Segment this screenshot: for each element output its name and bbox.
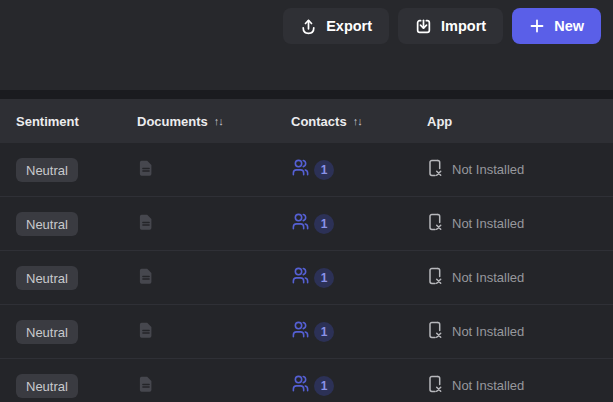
app-status-label: Not Installed xyxy=(452,378,524,393)
app-not-installed-icon xyxy=(427,159,443,180)
app-status-label: Not Installed xyxy=(452,162,524,177)
sentiment-cell: Neutral xyxy=(0,212,137,236)
app-status-label: Not Installed xyxy=(452,270,524,285)
sentiment-badge: Neutral xyxy=(16,158,78,182)
column-header-label: Sentiment xyxy=(16,114,79,129)
document-icon[interactable] xyxy=(137,267,155,289)
column-header-contacts[interactable]: Contacts ↑↓ xyxy=(291,114,427,129)
import-button-label: Import xyxy=(441,18,486,34)
column-header-documents[interactable]: Documents ↑↓ xyxy=(137,114,291,129)
users-icon[interactable] xyxy=(291,374,310,397)
sentiment-badge: Neutral xyxy=(16,374,78,398)
app-cell: Not Installed xyxy=(427,159,613,180)
users-icon[interactable] xyxy=(291,320,310,343)
column-header-label: App xyxy=(427,114,452,129)
documents-cell xyxy=(137,159,291,181)
users-icon[interactable] xyxy=(291,266,310,289)
sentiment-cell: Neutral xyxy=(0,374,137,398)
documents-cell xyxy=(137,375,291,397)
sort-icon[interactable]: ↑↓ xyxy=(214,116,223,127)
document-icon[interactable] xyxy=(137,321,155,343)
upload-icon xyxy=(300,18,317,35)
export-button-label: Export xyxy=(326,18,372,34)
app-status-label: Not Installed xyxy=(452,216,524,231)
app-not-installed-icon xyxy=(427,375,443,396)
contacts-count-badge[interactable]: 1 xyxy=(314,322,334,342)
app-not-installed-icon xyxy=(427,213,443,234)
column-header-label: Contacts xyxy=(291,114,347,129)
section-divider xyxy=(0,90,613,99)
app-cell: Not Installed xyxy=(427,375,613,396)
documents-cell xyxy=(137,267,291,289)
sentiment-cell: Neutral xyxy=(0,320,137,344)
document-icon[interactable] xyxy=(137,213,155,235)
plus-icon xyxy=(529,18,545,34)
app-not-installed-icon xyxy=(427,321,443,342)
column-header-sentiment[interactable]: Sentiment xyxy=(0,114,137,129)
column-header-label: Documents xyxy=(137,114,208,129)
column-header-app[interactable]: App xyxy=(427,114,613,129)
contacts-cell: 1 xyxy=(291,158,427,181)
users-icon[interactable] xyxy=(291,158,310,181)
contacts-count-badge[interactable]: 1 xyxy=(314,214,334,234)
documents-cell xyxy=(137,213,291,235)
contacts-count-badge[interactable]: 1 xyxy=(314,376,334,396)
document-icon[interactable] xyxy=(137,375,155,397)
new-button[interactable]: New xyxy=(512,8,601,44)
new-button-label: New xyxy=(554,18,584,34)
sentiment-badge: Neutral xyxy=(16,320,78,344)
import-button[interactable]: Import xyxy=(398,8,503,44)
document-icon[interactable] xyxy=(137,159,155,181)
table-body: Neutral 1 xyxy=(0,143,613,402)
table-header: Sentiment Documents ↑↓ Contacts ↑↓ App xyxy=(0,99,613,143)
table-row[interactable]: Neutral 1 xyxy=(0,305,613,359)
contacts-cell: 1 xyxy=(291,212,427,235)
app-cell: Not Installed xyxy=(427,321,613,342)
sentiment-cell: Neutral xyxy=(0,158,137,182)
toolbar: Export Import New xyxy=(0,0,613,90)
app-cell: Not Installed xyxy=(427,267,613,288)
contacts-count-badge[interactable]: 1 xyxy=(314,160,334,180)
sentiment-badge: Neutral xyxy=(16,212,78,236)
documents-cell xyxy=(137,321,291,343)
contacts-cell: 1 xyxy=(291,266,427,289)
table-row[interactable]: Neutral 1 xyxy=(0,251,613,305)
users-icon[interactable] xyxy=(291,212,310,235)
app-cell: Not Installed xyxy=(427,213,613,234)
contacts-cell: 1 xyxy=(291,374,427,397)
sentiment-cell: Neutral xyxy=(0,266,137,290)
contacts-count-badge[interactable]: 1 xyxy=(314,268,334,288)
table-row[interactable]: Neutral 1 xyxy=(0,197,613,251)
table-row[interactable]: Neutral 1 xyxy=(0,143,613,197)
download-icon xyxy=(415,18,432,35)
sentiment-badge: Neutral xyxy=(16,266,78,290)
sort-icon[interactable]: ↑↓ xyxy=(353,116,362,127)
table-row[interactable]: Neutral 1 xyxy=(0,359,613,402)
app-status-label: Not Installed xyxy=(452,324,524,339)
export-button[interactable]: Export xyxy=(283,8,389,44)
app-not-installed-icon xyxy=(427,267,443,288)
contacts-cell: 1 xyxy=(291,320,427,343)
